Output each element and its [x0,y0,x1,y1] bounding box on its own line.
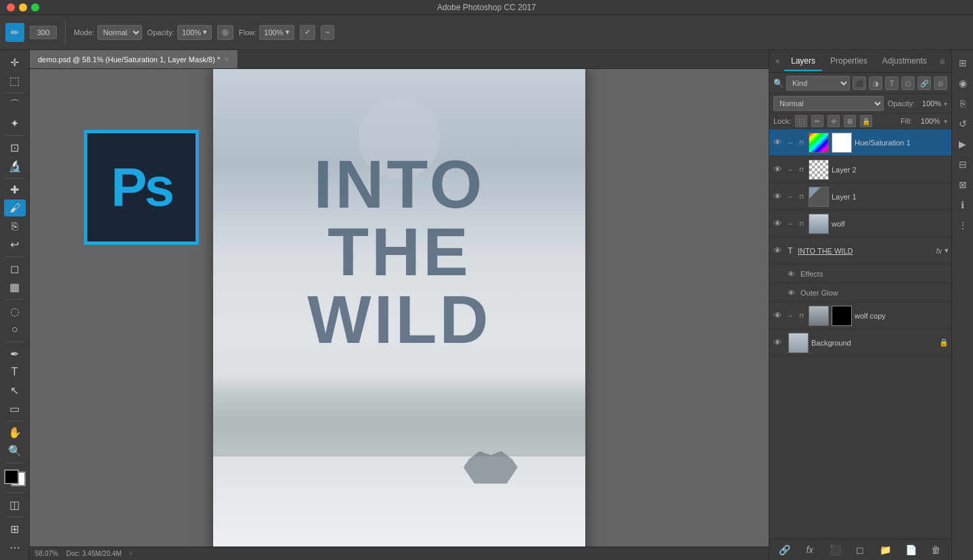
delete-layer-btn[interactable]: 🗑 [928,542,944,558]
crop-tool[interactable]: ⊡ [4,139,26,156]
info-btn[interactable]: ℹ [954,196,972,214]
screen-mode-tool[interactable]: ⊞ [4,521,26,538]
zoom-tool[interactable]: 🔍 [4,442,26,459]
move-tool[interactable]: ✛ [4,54,26,71]
opacity-row-value[interactable]: 100% [918,99,941,108]
filter-toggle-btn[interactable]: ⊙ [934,76,947,90]
minimize-button[interactable] [19,3,27,11]
clone-tool[interactable]: ⎘ [4,218,26,235]
new-layer-btn[interactable]: 📄 [903,542,919,558]
brush-size-input[interactable] [30,26,57,39]
layer-background[interactable]: 👁 Background 🔒 [769,329,951,356]
flow-value[interactable]: 100% ▾ [259,25,294,40]
panel-collapse-icon[interactable]: ≡ [936,57,949,66]
blur-tool[interactable]: ◌ [4,303,26,320]
maximize-button[interactable] [31,3,39,11]
kind-filter-select[interactable]: Kind [786,76,850,91]
shape-filter-btn[interactable]: ⬡ [901,76,915,90]
magic-wand-tool[interactable]: ✦ [4,115,26,132]
layer2-icons: ↔ ⊓ [786,165,806,174]
visibility-wolfcopy[interactable]: 👁 [772,310,783,321]
hand-tool[interactable]: ✋ [4,424,26,441]
more-tools[interactable]: ⋯ [4,539,26,556]
history-panel-btn[interactable]: ↺ [954,115,972,133]
layer-wolf-copy[interactable]: 👁 ↔ ⊓ wolf copy [769,302,951,329]
visibility-hue-sat[interactable]: 👁 [772,137,783,148]
brush-tool[interactable]: 🖌 [4,200,26,216]
new-group-btn[interactable]: 📁 [878,542,894,558]
link-layers-btn[interactable]: 🔗 [777,542,793,558]
layer-wolf[interactable]: 👁 ↔ ⊓ wolf [769,210,951,237]
canvas-scroll[interactable]: Ps INTO THE WILD [30,69,769,546]
layer-text[interactable]: 👁 T INTO THE WILD fx ▾ [769,237,951,264]
heal-tool[interactable]: ✚ [4,181,26,198]
layer-1[interactable]: 👁 ↔ ⊓ Layer 1 [769,183,951,210]
panels-btn[interactable]: ⊞ [954,54,972,72]
lock-all-btn[interactable]: 🔒 [860,115,872,127]
outer-glow-item[interactable]: 👁 Outer Glow [769,283,951,302]
airbrush-toggle[interactable]: ◎ [217,25,233,40]
visibility-effects[interactable]: 👁 [786,269,796,279]
gradient-tool[interactable]: ▦ [4,279,26,296]
panel-close-button[interactable]: × [772,56,783,67]
fill-value[interactable]: 100% [916,117,940,125]
lock-position-btn[interactable]: ✛ [828,115,840,127]
fx-badge[interactable]: fx [936,247,942,255]
lasso-tool[interactable]: ⌒ [4,97,26,114]
path-select-tool[interactable]: ↖ [4,382,26,399]
add-mask2-btn[interactable]: ◻ [852,542,868,558]
foreground-color[interactable] [4,469,19,484]
visibility-wolf[interactable]: 👁 [772,218,783,229]
tab-layers[interactable]: Layers [784,52,822,71]
lock-artboard-btn[interactable]: ⊞ [844,115,856,127]
opacity-value[interactable]: 100% ▾ [177,25,212,40]
tool-sep-5 [6,299,24,300]
dodge-tool[interactable]: ○ [4,321,26,338]
type-tool[interactable]: T [4,364,26,381]
actions-btn[interactable]: ▶ [954,135,972,153]
paths-btn[interactable]: ⊠ [954,176,972,193]
quick-mask-tool[interactable]: ◫ [4,496,26,513]
smart-filter-btn[interactable]: 🔗 [918,76,931,90]
pen-tool[interactable]: ✒ [4,346,26,363]
color-chips[interactable] [4,469,26,486]
expand-icon[interactable]: ▾ [945,246,949,255]
clone-source-btn[interactable]: ⎘ [954,95,972,112]
visibility-layer2[interactable]: 👁 [772,164,783,175]
tab-close-button[interactable]: × [224,54,229,64]
type-filter-btn[interactable]: T [885,76,899,90]
status-arrow[interactable]: › [130,550,132,557]
pressure-toggle[interactable]: ✓ [300,25,315,40]
layer-2[interactable]: 👁 ↔ ⊓ Layer 2 [769,156,951,183]
canvas-image[interactable]: INTO THE WILD [213,69,585,546]
add-mask-btn[interactable]: ⬛ [827,542,843,558]
extra-btn[interactable]: ⋮ [954,216,972,234]
close-button[interactable] [7,3,15,11]
brush-icon[interactable]: ✏ [5,23,24,42]
channels-btn[interactable]: ⊟ [954,156,972,173]
smoothing-btn[interactable]: ~ [321,25,334,40]
tab-properties[interactable]: Properties [823,52,874,71]
eraser-tool[interactable]: ◻ [4,260,26,277]
lock-transparent-btn[interactable]: ⬚ [795,115,807,127]
eyedropper-tool[interactable]: 🔬 [4,158,26,174]
visibility-text[interactable]: 👁 [772,246,783,256]
mode-select[interactable]: Normal [97,25,142,40]
tab-adjustments[interactable]: Adjustments [876,52,934,71]
add-fx-btn[interactable]: fx [802,542,818,558]
pixel-filter-btn[interactable]: ⬛ [853,76,866,90]
visibility-background[interactable]: 👁 [772,337,783,348]
shape-tool[interactable]: ▭ [4,400,26,417]
select-rect-tool[interactable]: ⬚ [4,72,26,89]
layer-hue-saturation[interactable]: 👁 ↔ ⊓ Hue/Saturation 1 [769,129,951,156]
brush-presets-btn[interactable]: ◉ [954,74,972,92]
lock-pixel-btn[interactable]: ✏ [811,115,823,127]
effects-item[interactable]: 👁 Effects [769,264,951,283]
active-tab[interactable]: demo.psd @ 58.1% (Hue/Saturation 1, Laye… [30,50,238,68]
blend-mode-select[interactable]: Normal [773,96,884,111]
adjust-filter-btn[interactable]: ◑ [869,76,882,90]
flow-group: Flow: 100% ▾ [239,25,294,40]
history-tool[interactable]: ↩ [4,236,26,253]
visibility-outer-glow[interactable]: 👁 [786,287,796,298]
visibility-layer1[interactable]: 👁 [772,191,783,202]
